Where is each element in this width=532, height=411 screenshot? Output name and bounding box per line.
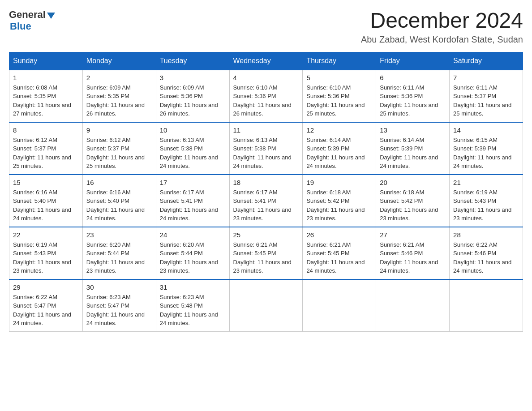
calendar-table: SundayMondayTuesdayWednesdayThursdayFrid… [9, 52, 523, 332]
day-info: Sunrise: 6:21 AMSunset: 5:45 PMDaylight:… [233, 240, 299, 275]
day-number: 16 [86, 179, 152, 186]
calendar-cell: 4Sunrise: 6:10 AMSunset: 5:36 PMDaylight… [229, 70, 303, 122]
calendar-cell: 20Sunrise: 6:18 AMSunset: 5:42 PMDayligh… [376, 175, 450, 227]
weekday-header-saturday: Saturday [450, 52, 523, 70]
day-info: Sunrise: 6:21 AMSunset: 5:46 PMDaylight:… [380, 240, 446, 275]
title-area: December 2024 Abu Zabad, West Kordofan S… [361, 9, 523, 45]
calendar-cell: 5Sunrise: 6:10 AMSunset: 5:36 PMDaylight… [303, 70, 376, 122]
calendar-week-row: 1Sunrise: 6:08 AMSunset: 5:35 PMDaylight… [9, 70, 523, 122]
day-number: 6 [380, 74, 446, 81]
calendar-cell: 27Sunrise: 6:21 AMSunset: 5:46 PMDayligh… [376, 227, 450, 279]
day-number: 22 [13, 231, 79, 239]
calendar-week-row: 22Sunrise: 6:19 AMSunset: 5:43 PMDayligh… [9, 227, 523, 279]
calendar-body: 1Sunrise: 6:08 AMSunset: 5:35 PMDaylight… [9, 70, 523, 332]
day-info: Sunrise: 6:10 AMSunset: 5:36 PMDaylight:… [233, 83, 299, 118]
logo-blue-text: Blue [10, 21, 31, 32]
weekday-header-thursday: Thursday [303, 52, 376, 70]
day-info: Sunrise: 6:14 AMSunset: 5:39 PMDaylight:… [380, 136, 446, 171]
day-number: 26 [306, 231, 372, 239]
day-info: Sunrise: 6:09 AMSunset: 5:36 PMDaylight:… [160, 83, 226, 118]
day-number: 14 [453, 126, 519, 134]
day-info: Sunrise: 6:16 AMSunset: 5:40 PMDaylight:… [86, 188, 152, 223]
day-info: Sunrise: 6:10 AMSunset: 5:36 PMDaylight:… [306, 83, 372, 118]
day-info: Sunrise: 6:23 AMSunset: 5:47 PMDaylight:… [86, 293, 152, 328]
calendar-cell [303, 279, 376, 332]
calendar-cell: 10Sunrise: 6:13 AMSunset: 5:38 PMDayligh… [156, 122, 229, 175]
weekday-header-monday: Monday [82, 52, 156, 70]
day-info: Sunrise: 6:18 AMSunset: 5:42 PMDaylight:… [380, 188, 446, 223]
day-number: 28 [453, 231, 519, 239]
logo-general-text: General [9, 9, 46, 21]
day-number: 19 [306, 179, 372, 186]
day-info: Sunrise: 6:11 AMSunset: 5:37 PMDaylight:… [453, 83, 519, 118]
day-number: 29 [13, 283, 79, 291]
day-number: 25 [233, 231, 299, 239]
day-number: 3 [160, 74, 226, 81]
day-number: 20 [380, 179, 446, 186]
day-info: Sunrise: 6:11 AMSunset: 5:36 PMDaylight:… [380, 83, 446, 118]
calendar-cell: 21Sunrise: 6:19 AMSunset: 5:43 PMDayligh… [450, 175, 523, 227]
calendar-cell: 6Sunrise: 6:11 AMSunset: 5:36 PMDaylight… [376, 70, 450, 122]
calendar-week-row: 15Sunrise: 6:16 AMSunset: 5:40 PMDayligh… [9, 175, 523, 227]
weekday-header-tuesday: Tuesday [156, 52, 229, 70]
logo-triangle-icon [47, 13, 55, 19]
calendar-cell [229, 279, 303, 332]
calendar-cell: 23Sunrise: 6:20 AMSunset: 5:44 PMDayligh… [82, 227, 156, 279]
day-info: Sunrise: 6:17 AMSunset: 5:41 PMDaylight:… [233, 188, 299, 223]
calendar-cell: 13Sunrise: 6:14 AMSunset: 5:39 PMDayligh… [376, 122, 450, 175]
day-info: Sunrise: 6:19 AMSunset: 5:43 PMDaylight:… [13, 240, 79, 275]
day-info: Sunrise: 6:23 AMSunset: 5:48 PMDaylight:… [160, 293, 226, 328]
calendar-cell: 24Sunrise: 6:20 AMSunset: 5:44 PMDayligh… [156, 227, 229, 279]
calendar-cell [376, 279, 450, 332]
day-number: 31 [160, 283, 226, 291]
calendar-cell: 1Sunrise: 6:08 AMSunset: 5:35 PMDaylight… [9, 70, 83, 122]
day-info: Sunrise: 6:13 AMSunset: 5:38 PMDaylight:… [233, 136, 299, 171]
day-number: 9 [86, 126, 152, 134]
location-title: Abu Zabad, West Kordofan State, Sudan [361, 34, 523, 45]
day-number: 23 [86, 231, 152, 239]
calendar-cell: 28Sunrise: 6:22 AMSunset: 5:46 PMDayligh… [450, 227, 523, 279]
day-info: Sunrise: 6:20 AMSunset: 5:44 PMDaylight:… [160, 240, 226, 275]
day-number: 13 [380, 126, 446, 134]
calendar-cell: 12Sunrise: 6:14 AMSunset: 5:39 PMDayligh… [303, 122, 376, 175]
logo: General Blue [9, 9, 55, 32]
day-number: 1 [13, 74, 79, 81]
day-info: Sunrise: 6:20 AMSunset: 5:44 PMDaylight:… [86, 240, 152, 275]
day-info: Sunrise: 6:08 AMSunset: 5:35 PMDaylight:… [13, 83, 79, 118]
calendar-cell: 2Sunrise: 6:09 AMSunset: 5:35 PMDaylight… [82, 70, 156, 122]
calendar-cell: 3Sunrise: 6:09 AMSunset: 5:36 PMDaylight… [156, 70, 229, 122]
calendar-cell: 30Sunrise: 6:23 AMSunset: 5:47 PMDayligh… [82, 279, 156, 332]
calendar-cell: 26Sunrise: 6:21 AMSunset: 5:45 PMDayligh… [303, 227, 376, 279]
calendar-cell: 17Sunrise: 6:17 AMSunset: 5:41 PMDayligh… [156, 175, 229, 227]
day-info: Sunrise: 6:12 AMSunset: 5:37 PMDaylight:… [86, 136, 152, 171]
calendar-cell: 22Sunrise: 6:19 AMSunset: 5:43 PMDayligh… [9, 227, 83, 279]
day-info: Sunrise: 6:14 AMSunset: 5:39 PMDaylight:… [306, 136, 372, 171]
day-info: Sunrise: 6:22 AMSunset: 5:47 PMDaylight:… [13, 293, 79, 328]
day-number: 8 [13, 126, 79, 134]
day-number: 12 [306, 126, 372, 134]
calendar-week-row: 8Sunrise: 6:12 AMSunset: 5:37 PMDaylight… [9, 122, 523, 175]
calendar-cell: 19Sunrise: 6:18 AMSunset: 5:42 PMDayligh… [303, 175, 376, 227]
day-number: 27 [380, 231, 446, 239]
calendar-cell: 25Sunrise: 6:21 AMSunset: 5:45 PMDayligh… [229, 227, 303, 279]
month-title: December 2024 [361, 9, 523, 33]
calendar-cell: 29Sunrise: 6:22 AMSunset: 5:47 PMDayligh… [9, 279, 83, 332]
day-number: 18 [233, 179, 299, 186]
calendar-cell: 8Sunrise: 6:12 AMSunset: 5:37 PMDaylight… [9, 122, 83, 175]
day-number: 5 [306, 74, 372, 81]
day-number: 7 [453, 74, 519, 81]
calendar-cell: 11Sunrise: 6:13 AMSunset: 5:38 PMDayligh… [229, 122, 303, 175]
day-info: Sunrise: 6:21 AMSunset: 5:45 PMDaylight:… [306, 240, 372, 275]
day-info: Sunrise: 6:18 AMSunset: 5:42 PMDaylight:… [306, 188, 372, 223]
calendar-week-row: 29Sunrise: 6:22 AMSunset: 5:47 PMDayligh… [9, 279, 523, 332]
day-number: 10 [160, 126, 226, 134]
calendar-cell: 16Sunrise: 6:16 AMSunset: 5:40 PMDayligh… [82, 175, 156, 227]
weekday-header-sunday: Sunday [9, 52, 83, 70]
day-number: 24 [160, 231, 226, 239]
calendar-cell: 15Sunrise: 6:16 AMSunset: 5:40 PMDayligh… [9, 175, 83, 227]
day-number: 11 [233, 126, 299, 134]
day-info: Sunrise: 6:09 AMSunset: 5:35 PMDaylight:… [86, 83, 152, 118]
day-info: Sunrise: 6:22 AMSunset: 5:46 PMDaylight:… [453, 240, 519, 275]
day-info: Sunrise: 6:15 AMSunset: 5:39 PMDaylight:… [453, 136, 519, 171]
day-info: Sunrise: 6:16 AMSunset: 5:40 PMDaylight:… [13, 188, 79, 223]
